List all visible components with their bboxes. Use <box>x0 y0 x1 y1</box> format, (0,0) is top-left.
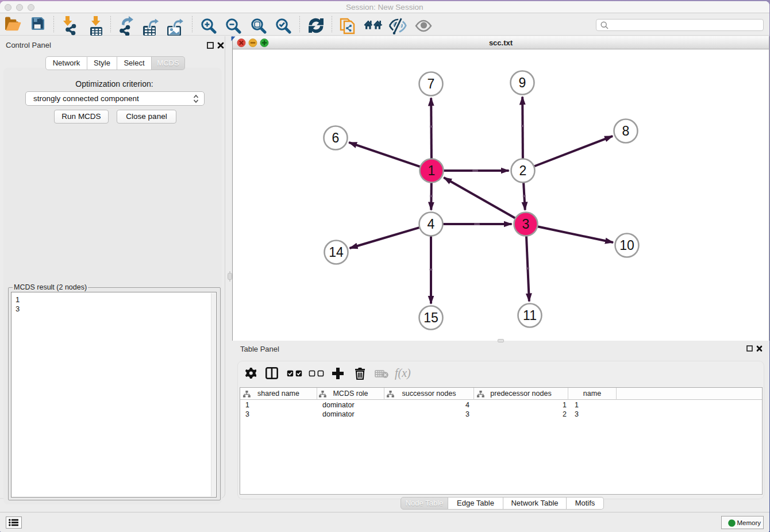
svg-text:8: 8 <box>622 124 630 138</box>
svg-text:4: 4 <box>428 217 435 232</box>
svg-text:9: 9 <box>519 75 526 90</box>
svg-text:6: 6 <box>332 130 340 145</box>
svg-text:10: 10 <box>619 238 634 253</box>
svg-text:11: 11 <box>523 308 537 323</box>
svg-text:7: 7 <box>428 76 435 91</box>
svg-text:2: 2 <box>519 163 527 178</box>
svg-text:15: 15 <box>424 310 438 325</box>
svg-text:14: 14 <box>329 245 344 260</box>
svg-text:1: 1 <box>428 163 436 178</box>
svg-text:3: 3 <box>522 217 530 232</box>
